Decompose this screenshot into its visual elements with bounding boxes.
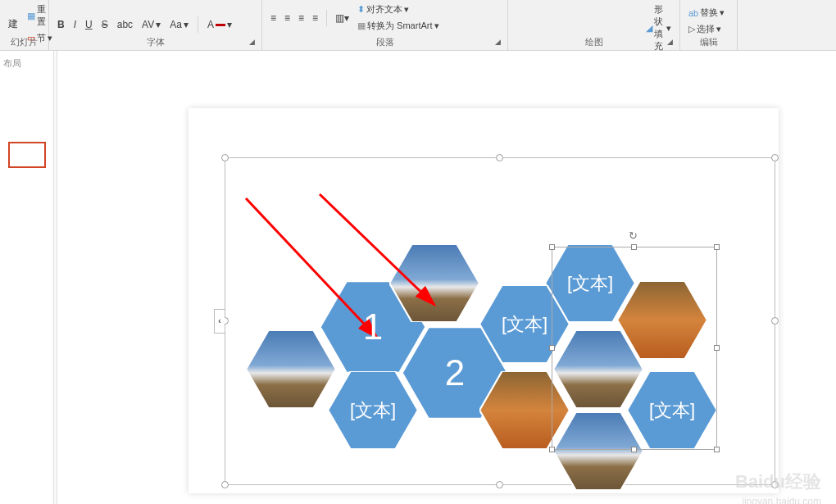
inner-handle[interactable] — [631, 447, 637, 452]
layout-label: 布局 — [0, 51, 53, 76]
convert-smartart-button[interactable]: ▦ 转换为 SmartArt ▾ — [354, 18, 442, 34]
rotation-handle[interactable]: ↻ — [629, 229, 638, 242]
inner-handle[interactable] — [549, 345, 555, 351]
change-case-button[interactable]: Aa▾ — [166, 17, 192, 32]
align-text-button[interactable]: ⬍ 对齐文本 ▾ — [354, 2, 442, 17]
ribbon-group-font: B I U S abc AV▾ Aa▾ A▾ 字体 ◢ — [49, 0, 262, 50]
watermark: Baidu经验 — [735, 470, 821, 494]
group-label-editing: 编辑 — [680, 36, 737, 48]
underline-button[interactable]: U — [82, 17, 96, 32]
smartart-selection[interactable]: ‹ 1 2 — [225, 157, 775, 485]
hexagon-text-3[interactable]: [文本] — [328, 371, 418, 449]
new-slide-button[interactable]: 建 — [5, 16, 21, 33]
align-left-button[interactable]: ≡ — [267, 11, 279, 25]
ribbon-group-slides: 建 ▦ 重置 ▭ 节 ▾ 幻灯片 — [0, 0, 49, 50]
ribbon-group-drawing: ▭▭⬯△⬠○ ╲↘⬡{☆▾ ⬚排列 ✏快速样式 ◢ 形状填充 ▾ ▭ 形状轮廓 … — [508, 0, 680, 50]
char-spacing-button[interactable]: AV▾ — [139, 17, 164, 32]
inner-handle[interactable] — [714, 244, 720, 250]
svg-marker-2 — [389, 244, 479, 322]
hexagon-cluster: 1 2 [文本] — [225, 158, 775, 484]
justify-button[interactable]: ≡ — [309, 11, 321, 25]
ribbon: 建 ▦ 重置 ▭ 节 ▾ 幻灯片 B I U S abc AV▾ Aa▾ A▾ … — [0, 0, 836, 51]
bold-button[interactable]: B — [54, 17, 68, 32]
paragraph-dialog-launcher[interactable]: ◢ — [495, 38, 505, 48]
select-button[interactable]: ▷ 选择 ▾ — [685, 21, 732, 37]
hexagon-image-mountain-2[interactable] — [246, 330, 336, 408]
group-label-paragraph: 段落 — [262, 36, 507, 48]
svg-marker-6 — [246, 330, 336, 408]
font-dialog-launcher[interactable]: ◢ — [249, 38, 259, 48]
italic-button[interactable]: I — [70, 17, 80, 32]
inner-handle[interactable] — [714, 345, 720, 351]
group-label-slides: 幻灯片 — [0, 36, 48, 48]
align-center-button[interactable]: ≡ — [281, 11, 293, 25]
inner-handle[interactable] — [549, 447, 555, 452]
main-area: 布局 ‹ 1 — [0, 51, 836, 504]
group-label-drawing: 绘图 — [508, 36, 679, 48]
slide-canvas: ‹ 1 2 — [57, 51, 836, 504]
text-pane-toggle[interactable]: ‹ — [214, 309, 225, 334]
strikethrough-button[interactable]: S — [98, 17, 111, 32]
ribbon-group-paragraph: ≡ ≡ ≡ ≡ ▥▾ ⬍ 对齐文本 ▾ ▦ 转换为 SmartArt ▾ 段落 … — [262, 0, 508, 50]
slide-thumbnail-1[interactable] — [8, 142, 46, 168]
font-color-button[interactable]: A▾ — [204, 17, 235, 32]
inner-handle[interactable] — [631, 244, 637, 250]
replace-button[interactable]: ab 替换 ▾ — [685, 5, 732, 20]
shadow-button[interactable]: abc — [114, 17, 136, 32]
ribbon-group-editing: ab 替换 ▾ ▷ 选择 ▾ 编辑 — [680, 0, 738, 50]
slide[interactable]: ‹ 1 2 — [189, 108, 779, 493]
inner-handle[interactable] — [549, 244, 555, 250]
inner-handle[interactable] — [714, 447, 720, 452]
watermark-url: jingyan.baidu.com — [742, 496, 821, 504]
hexagon-image-mountain-1[interactable] — [389, 244, 479, 322]
group-label-font: 字体 — [49, 36, 261, 48]
align-right-button[interactable]: ≡ — [295, 11, 307, 25]
drawing-dialog-launcher[interactable]: ◢ — [667, 38, 677, 48]
columns-button[interactable]: ▥▾ — [332, 11, 352, 25]
slide-panel: 布局 — [0, 51, 54, 504]
